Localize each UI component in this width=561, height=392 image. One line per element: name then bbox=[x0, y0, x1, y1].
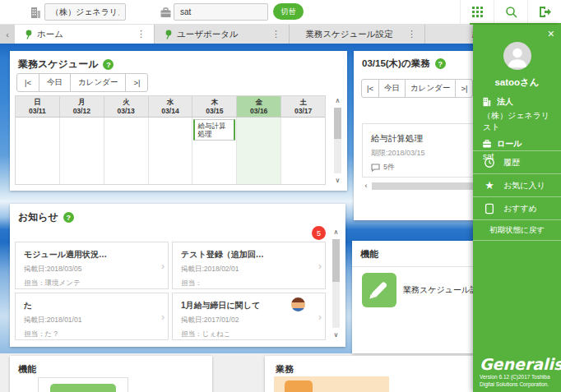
schedule-calendar-button[interactable]: カレンダー bbox=[70, 73, 126, 92]
schedule-nav: |< 今日 カレンダー >| bbox=[16, 73, 148, 92]
role-row: ロール bbox=[482, 138, 558, 150]
notice-card-title: テスト登録（追加回… bbox=[181, 249, 312, 261]
notice-card[interactable]: 1月給与締日に関して 掲載日:2017/01/02 担当：じぇねこ › bbox=[172, 293, 326, 340]
close-icon[interactable]: × bbox=[548, 27, 554, 40]
company-input[interactable] bbox=[44, 3, 126, 21]
sidebar-item-recommended[interactable]: おすすめ bbox=[473, 196, 561, 219]
scroll-down-icon[interactable]: ∨ bbox=[331, 331, 341, 339]
notice-card-title: モジュール適用状況… bbox=[24, 249, 155, 261]
tab-user-portal-menu-button[interactable]: ⋮ bbox=[268, 29, 284, 39]
logout-button[interactable] bbox=[527, 0, 561, 24]
calendar-cell-wed[interactable] bbox=[149, 118, 193, 184]
function-item-schedule-settings[interactable]: 業務スケジュール設定 bbox=[362, 273, 480, 307]
tab-schedule-settings[interactable]: 業務スケジュール設定 ⋮ bbox=[290, 25, 425, 44]
search-button[interactable] bbox=[494, 0, 527, 24]
scroll-up-icon[interactable]: ∧ bbox=[332, 97, 343, 104]
tab-schedule-settings-menu-button[interactable]: ⋮ bbox=[404, 29, 420, 39]
calendar-header-sat[interactable]: 土 03/17 bbox=[281, 96, 325, 117]
notice-count-badge: 5 bbox=[312, 226, 326, 240]
tab-scroll-left-button[interactable]: ‹ bbox=[0, 25, 15, 44]
role-briefcase-icon bbox=[482, 139, 492, 149]
day-calendar-button[interactable]: カレンダー bbox=[405, 79, 456, 98]
notice-title-text: お知らせ bbox=[18, 210, 58, 224]
tab-user-portal[interactable]: ユーザポータル ⋮ bbox=[155, 25, 290, 44]
schedule-panel-title: 業務スケジュール ? bbox=[18, 58, 114, 71]
day-first-button[interactable]: |< bbox=[361, 79, 379, 98]
calendar-event-payroll[interactable]: 給与計算処理 bbox=[193, 119, 235, 141]
logo-word: Generalist bbox=[480, 355, 561, 373]
scrollbar-track[interactable] bbox=[334, 108, 341, 173]
chevron-right-icon: › bbox=[318, 261, 322, 272]
scroll-left-icon[interactable]: ‹ bbox=[360, 182, 372, 190]
day-tasks-panel: 03/15(木)の業務 ? |< 今日 カレンダー >| 給与計算処理 期限:2… bbox=[354, 51, 484, 220]
hscrollbar-track[interactable] bbox=[372, 182, 484, 190]
date-label: 03/11 bbox=[16, 107, 59, 116]
calendar-cell-mon[interactable] bbox=[60, 118, 104, 184]
schedule-today-button[interactable]: 今日 bbox=[39, 73, 71, 92]
role-input[interactable] bbox=[174, 3, 268, 21]
logo-text: Generalist® bbox=[480, 355, 558, 373]
notice-scrollbar: ∧ ∨ bbox=[331, 228, 341, 339]
scrollbar-track[interactable] bbox=[332, 239, 340, 328]
bottom-tasks-title: 業務 bbox=[265, 356, 473, 376]
sidebar-item-favorites[interactable]: ★ お気に入り bbox=[473, 173, 561, 196]
app-window: 切替 bbox=[0, 0, 561, 392]
history-clock-icon bbox=[484, 157, 495, 168]
day-tasks-nav: |< 今日 カレンダー >| bbox=[361, 79, 473, 98]
day-today-button[interactable]: 今日 bbox=[378, 79, 406, 98]
notice-card[interactable]: モジュール適用状況… 掲載日:2018/03/05 担当：環境メンテ › bbox=[15, 242, 169, 289]
bottom-function-card[interactable] bbox=[38, 377, 128, 392]
help-icon[interactable]: ? bbox=[63, 212, 74, 223]
day-tasks-hscrollbar: ‹ bbox=[360, 181, 484, 191]
scroll-down-icon[interactable]: ∨ bbox=[332, 177, 343, 184]
task-tile-container[interactable] bbox=[274, 376, 389, 392]
task-deadline: 期限:2018/03/15 bbox=[371, 148, 477, 159]
notice-panel-title: お知らせ ? bbox=[18, 210, 74, 224]
reset-default-button[interactable]: 初期状態に戻す bbox=[473, 219, 561, 241]
grid-icon bbox=[471, 6, 484, 18]
task-card[interactable]: 給与計算処理 期限:2018/03/15 5件 bbox=[362, 123, 484, 178]
scrollbar-thumb[interactable] bbox=[334, 108, 341, 139]
dow-label: 土 bbox=[281, 98, 325, 107]
dow-label: 木 bbox=[192, 98, 236, 107]
functions-panel: 機能 業務スケジュール設定 bbox=[352, 241, 484, 353]
notice-card[interactable]: テスト登録（追加回… 掲載日:2018/02/01 担当： › bbox=[172, 242, 326, 289]
dow-label: 火 bbox=[104, 98, 148, 107]
calendar-cell-fri[interactable] bbox=[237, 118, 281, 184]
calendar-cell-sat[interactable] bbox=[281, 118, 325, 184]
scroll-up-icon[interactable]: ∧ bbox=[331, 228, 341, 236]
notice-card[interactable]: た 掲載日:2018/01/01 担当：た？ › bbox=[15, 293, 169, 340]
notice-card-owner: 担当： bbox=[181, 279, 312, 288]
schedule-first-button[interactable]: |< bbox=[16, 73, 39, 92]
sidebar-item-history[interactable]: 履歴 bbox=[473, 150, 561, 173]
topbar-actions bbox=[460, 0, 561, 24]
bottom-functions-title: 機能 bbox=[10, 356, 212, 376]
comment-icon bbox=[371, 164, 380, 172]
calendar-header-sun[interactable]: 日 03/11 bbox=[16, 96, 60, 117]
day-last-button[interactable]: >| bbox=[455, 79, 473, 98]
corporation-icon bbox=[482, 97, 492, 107]
scrollbar-thumb[interactable] bbox=[332, 239, 340, 282]
schedule-last-button[interactable]: >| bbox=[125, 73, 148, 92]
day-tasks-title: 03/15(木)の業務 ? bbox=[362, 58, 446, 70]
calendar-cell-thu[interactable]: 給与計算処理 bbox=[192, 118, 237, 184]
notice-card-date: 掲載日:2018/01/01 bbox=[24, 316, 155, 325]
app-grid-button[interactable] bbox=[460, 0, 494, 24]
calendar-header-fri[interactable]: 金 03/16 bbox=[237, 96, 281, 117]
task-count: 5件 bbox=[371, 162, 477, 173]
help-icon[interactable]: ? bbox=[435, 58, 446, 69]
notice-panel: お知らせ ? 5 モジュール適用状況… 掲載日:2018/03/05 担当：環境… bbox=[10, 204, 345, 347]
calendar-cell-sun[interactable] bbox=[16, 118, 60, 184]
calendar-header-wed[interactable]: 水 03/14 bbox=[149, 96, 193, 117]
tab-home-menu-button[interactable]: ⋮ bbox=[133, 29, 149, 39]
help-icon[interactable]: ? bbox=[103, 59, 114, 70]
tab-home[interactable]: ホーム ⋮ bbox=[15, 25, 155, 44]
star-icon: ★ bbox=[484, 180, 495, 191]
switch-button[interactable]: 切替 bbox=[273, 3, 304, 20]
version-line-1: Version 6.12 (C)2017 Toshiba bbox=[480, 374, 558, 380]
calendar-header-tue[interactable]: 火 03/13 bbox=[104, 96, 149, 117]
calendar-header-thu[interactable]: 木 03/15 bbox=[192, 96, 237, 117]
calendar-cell-tue[interactable] bbox=[104, 118, 149, 184]
author-avatar bbox=[291, 297, 305, 311]
calendar-header-mon[interactable]: 月 03/12 bbox=[60, 96, 104, 117]
